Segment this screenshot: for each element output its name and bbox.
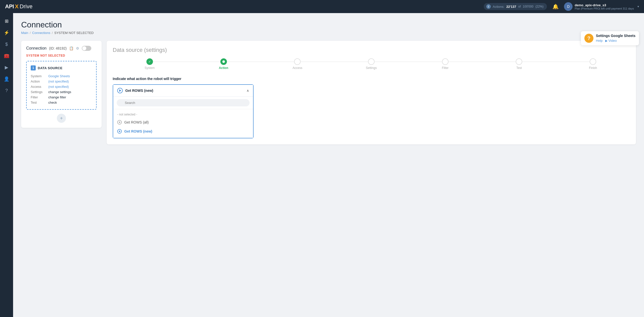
dropdown-option-get-rows-all[interactable]: Get ROWS (all) bbox=[113, 118, 253, 127]
actions-of: of bbox=[518, 5, 521, 8]
sidebar-item-billing[interactable]: $ bbox=[2, 39, 12, 49]
user-name: demo_apix-drive_s3 bbox=[575, 3, 634, 7]
search-input[interactable] bbox=[117, 99, 250, 106]
dropdown-option-get-rows-new[interactable]: Get ROWS (new) bbox=[113, 127, 253, 136]
info-icon: i bbox=[486, 4, 491, 9]
system-not-selected: SYSTEM NOT SELECTED bbox=[26, 54, 97, 57]
ds-table: System Google Sheets Action (not specifi… bbox=[31, 73, 92, 105]
breadcrumb-connections[interactable]: Connections bbox=[32, 31, 50, 35]
breadcrumb-current: SYSTEM NOT SELECTED bbox=[54, 31, 94, 35]
dropdown-chevron-up-icon: ∧ bbox=[247, 89, 249, 93]
connection-id: (ID: 48192) bbox=[49, 46, 67, 50]
help-circle-icon: ? bbox=[584, 34, 593, 43]
billing-icon: $ bbox=[5, 42, 8, 47]
sidebar-item-video[interactable]: ▶ bbox=[2, 62, 12, 72]
search-box: 🔍 bbox=[113, 97, 253, 109]
ds-action-link[interactable]: (not specified) bbox=[48, 80, 69, 83]
profile-icon: 👤 bbox=[4, 76, 9, 82]
right-card: Data source (settings) ✓ System Action bbox=[107, 41, 636, 144]
step-label-access: Access bbox=[293, 66, 302, 70]
page-header: Connection Main / Connections / SYSTEM N… bbox=[21, 20, 636, 35]
table-row: Access (not specified) bbox=[31, 84, 92, 89]
user-menu-chevron[interactable]: ▾ bbox=[637, 5, 639, 8]
copy-button[interactable]: 📋 bbox=[69, 46, 73, 50]
step-label-system: System bbox=[145, 66, 155, 70]
sidebar-item-help[interactable]: ? bbox=[2, 86, 12, 96]
steps-bar: ✓ System Action Access bbox=[113, 58, 630, 70]
logo-x: X bbox=[15, 3, 19, 10]
connections-icon: ⚡ bbox=[4, 30, 9, 35]
ds-title: DATA SOURCE bbox=[38, 66, 62, 70]
help-badge: ? Settings Google Sheets Help ▶ Video bbox=[581, 31, 639, 45]
step-system: ✓ System bbox=[113, 58, 187, 70]
step-circle-finish[interactable] bbox=[590, 58, 596, 65]
help-links: Help ▶ Video bbox=[596, 39, 635, 43]
home-icon: ⊞ bbox=[5, 18, 9, 24]
ds-header: 1 DATA SOURCE bbox=[31, 65, 92, 70]
breadcrumb: Main / Connections / SYSTEM NOT SELECTED bbox=[21, 31, 636, 35]
ds-test-value: check bbox=[48, 100, 92, 105]
step-circle-settings[interactable] bbox=[368, 58, 375, 65]
sidebar-item-home[interactable]: ⊞ bbox=[2, 16, 12, 26]
left-card: Connection (ID: 48192) 📋 ⚙ SYSTEM NOT SE… bbox=[21, 41, 102, 128]
actions-label: Actions: bbox=[493, 5, 504, 9]
dropdown-section-label: - not selected - bbox=[113, 111, 253, 118]
connection-toggle[interactable] bbox=[82, 46, 91, 51]
step-circle-filter[interactable] bbox=[442, 58, 449, 65]
sidebar-item-profile[interactable]: 👤 bbox=[2, 74, 12, 84]
step-circle-system[interactable]: ✓ bbox=[146, 58, 153, 65]
logo-api: API bbox=[5, 3, 14, 10]
ds-system-link[interactable]: Google Sheets bbox=[48, 74, 70, 78]
data-source-title: Data source (settings) bbox=[113, 47, 630, 53]
step-access: Access bbox=[260, 58, 334, 70]
table-row: Test check bbox=[31, 100, 92, 105]
navbar: APIXDrive i Actions: 22'137 of 100'000 (… bbox=[0, 0, 644, 13]
help-link[interactable]: Help bbox=[596, 39, 603, 43]
actions-total: 100'000 bbox=[523, 5, 533, 8]
user-plan: Plan |Premium PRO| left until payment 31… bbox=[575, 7, 634, 10]
step-label-test: Test bbox=[516, 66, 522, 70]
avatar: D bbox=[564, 2, 573, 11]
action-dropdown: Get ROWS (new) ∧ 🔍 - not selected - bbox=[113, 84, 254, 138]
help-icon: ? bbox=[5, 88, 8, 93]
step-action: Action bbox=[187, 58, 261, 70]
video-play-icon: ▶ bbox=[605, 39, 608, 43]
notifications-button[interactable]: 🔔 bbox=[551, 2, 560, 11]
dropdown-body: 🔍 - not selected - Get ROWS (all) bbox=[113, 96, 253, 138]
video-icon: ▶ bbox=[5, 65, 8, 70]
dropdown-header[interactable]: Get ROWS (new) ∧ bbox=[113, 85, 253, 96]
connection-title: Connection bbox=[26, 46, 47, 51]
breadcrumb-main[interactable]: Main bbox=[21, 31, 28, 35]
video-link[interactable]: ▶ Video bbox=[605, 39, 617, 43]
settings-button[interactable]: ⚙ bbox=[76, 46, 79, 50]
dropdown-selected-label: Get ROWS (new) bbox=[125, 89, 153, 93]
step-circle-access[interactable] bbox=[294, 58, 301, 65]
sidebar-item-tools[interactable]: 🧰 bbox=[2, 51, 12, 61]
tools-icon: 🧰 bbox=[4, 53, 9, 59]
user-info: demo_apix-drive_s3 Plan |Premium PRO| le… bbox=[575, 3, 634, 10]
data-source-box: 1 DATA SOURCE System Google Sheets Actio… bbox=[26, 61, 97, 110]
sidebar: ⊞ ⚡ $ 🧰 ▶ 👤 ? bbox=[0, 13, 13, 317]
add-block-button[interactable]: + bbox=[57, 114, 66, 123]
play-icon-circle bbox=[117, 88, 123, 93]
step-settings: Settings bbox=[334, 58, 408, 70]
ds-filter-value: change filter bbox=[48, 95, 92, 100]
action-instruction: Indicate what action the robot will trig… bbox=[113, 77, 630, 81]
actions-badge: i Actions: 22'137 of 100'000 (22%) bbox=[484, 3, 547, 10]
option-label-selected: Get ROWS (new) bbox=[124, 129, 152, 133]
cards-row: Connection (ID: 48192) 📋 ⚙ SYSTEM NOT SE… bbox=[21, 41, 636, 144]
dropdown-list: - not selected - Get ROWS (all) bbox=[113, 109, 253, 138]
table-row: Settings change settings bbox=[31, 89, 92, 95]
step-label-settings: Settings bbox=[366, 66, 377, 70]
play-triangle-icon bbox=[119, 89, 121, 92]
step-test: Test bbox=[482, 58, 556, 70]
help-content: Settings Google Sheets Help ▶ Video bbox=[596, 34, 635, 43]
ds-access-link[interactable]: (not specified) bbox=[48, 85, 69, 89]
step-circle-action[interactable] bbox=[220, 58, 227, 65]
logo-drive: Drive bbox=[20, 3, 32, 10]
content-area: ? Settings Google Sheets Help ▶ Video Co… bbox=[13, 13, 644, 317]
ds-settings-value: change settings bbox=[48, 89, 92, 95]
actions-pct: (22%) bbox=[535, 5, 543, 8]
sidebar-item-connections[interactable]: ⚡ bbox=[2, 28, 12, 38]
step-circle-test[interactable] bbox=[516, 58, 522, 65]
